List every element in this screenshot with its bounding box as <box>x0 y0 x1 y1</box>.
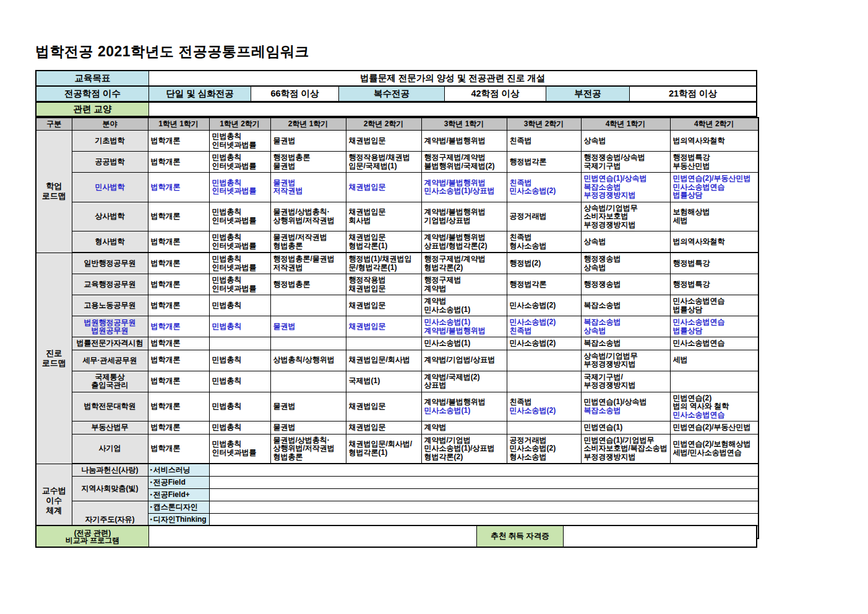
program-value-cell <box>148 526 476 547</box>
course-line: 복잡소송법 <box>584 318 668 327</box>
course-line: 법학개론 <box>151 183 207 192</box>
course-line: 민법총칙 <box>212 440 268 449</box>
course-line: 계약법 <box>424 297 504 306</box>
course-cell: 민법연습(1)/상속법복잡소송법부정경쟁방지법 <box>581 173 670 202</box>
course-line: 법학개론 <box>151 339 207 348</box>
course-line: 채권법입문 <box>349 233 419 242</box>
course-line: 친족법 <box>510 398 578 407</box>
table-row: 상사법학법학개론민법총칙인터넷과법률물권법/상법총칙·상행위법/저작권법채권법입… <box>36 202 758 231</box>
pedagogy-item-cell: ▪캡스톤디자인 <box>148 501 209 514</box>
course-line: 민사소송법(1) <box>424 339 504 348</box>
course-cell: 행정법(1)/채권법입문/형법각론(1) <box>346 253 421 274</box>
course-cell: 복잡소송법 <box>581 295 670 316</box>
pedagogy-item-label: 캡스톤디자인 <box>153 503 198 511</box>
column-header: 4학년 1학기 <box>581 118 670 131</box>
course-cell: 계약법/기업법/상표법 <box>421 350 507 371</box>
pedagogy-row: 자기주도(자유)▪캡스톤디자인 <box>36 501 758 514</box>
course-line: 법학개론 <box>151 259 207 268</box>
course-line: 상표법/형법각론(2) <box>424 242 504 251</box>
course-line: 민법총칙 <box>212 356 268 365</box>
course-cell: 친족법민사소송법(2) <box>507 392 581 422</box>
course-line: 민법총칙 <box>212 322 268 331</box>
course-cell: 보험해상법세법 <box>670 202 758 231</box>
course-cell: 행정구제법/계약법불법행위법/국제법(2) <box>421 152 507 173</box>
pedagogy-item-cell: ▪서비스러닝 <box>148 464 209 477</box>
course-cell: 민법연습(2)법의 역사와 철학민사소송법연습 <box>670 392 758 422</box>
credit-cell: 21학점 이상 <box>629 87 756 101</box>
course-line: 행정법특강 <box>673 280 756 289</box>
course-cell: 계약법민사소송법(1) <box>421 295 507 316</box>
table-row: 형사법학법학개론민법총칙인터넷과법률물권법/저작권법형법총론채권법입문형법각론(… <box>36 231 758 253</box>
bullet-icon: ▪ <box>150 467 152 473</box>
course-cell: 민법총칙 <box>209 316 270 337</box>
course-line: 세법 <box>673 217 756 225</box>
bullet-icon: ▪ <box>150 479 152 485</box>
credit-cell: 부전공 <box>546 87 629 101</box>
course-line: 인터넷과법률 <box>212 264 268 272</box>
course-cell: 친족법 <box>507 131 581 152</box>
course-line: 법률상담 <box>673 327 756 335</box>
credit-cell: 66학점 이상 <box>251 87 338 101</box>
program-label-cell: (전공 관련) 비교과 프로그램 <box>37 526 148 547</box>
pedagogy-item-cell: ▪디자인Thinking <box>148 514 209 526</box>
course-cell: 물권법 <box>270 316 346 337</box>
course-cell: 법의역사와철학 <box>670 231 758 253</box>
course-line: 민사소송법(2) <box>510 187 578 196</box>
course-line: 행정법총론/물권법 <box>273 255 343 264</box>
course-line: 행정쟁송법 <box>584 255 668 264</box>
course-line: 불법행위법/국제법(2) <box>424 162 504 171</box>
course-line: 인터넷과법률 <box>212 242 268 251</box>
course-line: 인터넷과법률 <box>212 449 268 457</box>
course-line: 법학개론 <box>151 322 207 331</box>
course-line: 보험해상법 <box>673 208 756 217</box>
course-cell: 민법총칙인터넷과법률 <box>209 434 270 464</box>
course-line: 계약법/불법행위법 <box>424 137 504 145</box>
table-row: 교육행정공무원법학개론민법총칙인터넷과법률행정법총론행정작용법채권법입문행정구제… <box>36 274 758 295</box>
course-line: 친족법 <box>510 327 578 335</box>
course-cell: 행정법(2) <box>507 253 581 274</box>
course-cell: 채권법입문 <box>346 422 421 435</box>
course-line: 계약법 <box>424 285 504 293</box>
course-cell: 채권법입문형법각론(1) <box>346 231 421 253</box>
table-row: 국제통상 출입국관리법학개론민법총칙국제법(1)계약법/국제법(2)상표법국제기… <box>36 371 758 392</box>
course-cell: 계약법/불법행위법 <box>421 131 507 152</box>
course-line: 법률상담 <box>673 306 756 314</box>
course-cell: 채권법입문 <box>346 316 421 337</box>
course-cell: 민법연습(2)/부동산민법 <box>670 422 758 435</box>
column-header: 3학년 1학기 <box>421 118 507 131</box>
course-line: 민사소송법연습 <box>673 339 756 348</box>
course-line: 법률상담 <box>673 191 756 200</box>
course-line: 채권법입문/회사법/ <box>349 440 419 449</box>
course-line: 민법총칙 <box>212 179 268 188</box>
page-title: 법학전공 2021학년도 전공공통프레임워크 <box>35 42 309 61</box>
extra-program-table: (전공 관련) 비교과 프로그램 추천 취득 자격증 <box>35 525 757 548</box>
course-line: 기업법/상표법 <box>424 217 504 225</box>
course-cell: 민사소송법(2)친족법 <box>507 316 581 337</box>
course-line: 친족법 <box>510 233 578 242</box>
course-line: 소비자보호법 <box>584 212 668 221</box>
course-line: 물권법 <box>273 179 343 188</box>
table-row: 진로 로드맵일반행정공무원법학개론민법총칙인터넷과법률행정법총론/물권법저작권법… <box>36 253 758 274</box>
field-cell: 법학전문대학원 <box>72 392 148 422</box>
pedagogy-notes-cell <box>209 489 758 501</box>
course-line: 상속법/기업법무 <box>584 352 668 361</box>
course-cell <box>270 371 346 392</box>
course-cell: 민법총칙 <box>209 422 270 435</box>
field-cell: 민사법학 <box>72 173 148 202</box>
course-cell: 계약법/불법행위법민사소송법(1) <box>421 392 507 422</box>
course-cell: 법학개론 <box>148 371 209 392</box>
bullet-icon: ▪ <box>150 491 152 498</box>
course-cell: 행정법총론/물권법저작권법 <box>270 253 346 274</box>
course-line: 상법총칙/상행위법 <box>273 356 343 365</box>
course-line: 부정경쟁방지법 <box>584 453 668 462</box>
table-row: 세무·관세공무원법학개론민법총칙상법총칙/상행위법채권법입문/회사법계약법/기업… <box>36 350 758 371</box>
course-cell: 민법총칙 <box>209 350 270 371</box>
course-line: 상행위법/저작권법 <box>273 217 343 225</box>
course-line: 인터넷과법률 <box>212 285 268 293</box>
course-cell: 민법총칙인터넷과법률 <box>209 253 270 274</box>
page: 법학전공 2021학년도 전공공통프레임워크 교육목표 법률문제 전문가의 양성… <box>0 0 868 614</box>
course-cell: 법학개론 <box>148 350 209 371</box>
credit-cell: 42학점 이상 <box>444 87 546 101</box>
course-line: 민사소송법연습 <box>673 411 756 420</box>
course-line: 민법총칙 <box>212 402 268 411</box>
